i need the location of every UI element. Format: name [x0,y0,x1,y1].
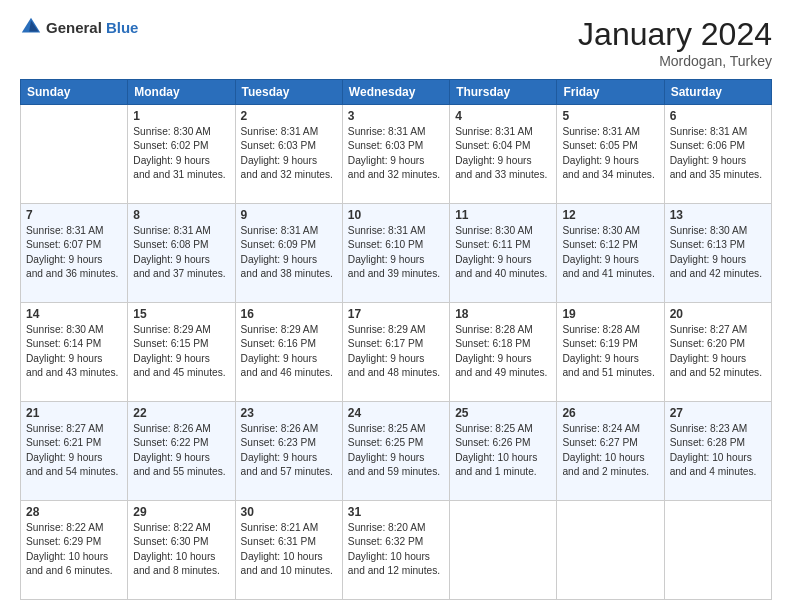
day-number: 28 [26,505,122,519]
daylight-text: Daylight: 9 hours [241,253,337,267]
daylight-text: Daylight: 9 hours [241,352,337,366]
calendar-cell: 8Sunrise: 8:31 AMSunset: 6:08 PMDaylight… [128,204,235,303]
day-of-week-header: Sunday [21,80,128,105]
sunrise-text: Sunrise: 8:31 AM [241,125,337,139]
calendar-cell: 19Sunrise: 8:28 AMSunset: 6:19 PMDayligh… [557,303,664,402]
day-number: 1 [133,109,229,123]
sunrise-text: Sunrise: 8:28 AM [562,323,658,337]
sunrise-text: Sunrise: 8:23 AM [670,422,766,436]
calendar-cell: 5Sunrise: 8:31 AMSunset: 6:05 PMDaylight… [557,105,664,204]
calendar-cell: 28Sunrise: 8:22 AMSunset: 6:29 PMDayligh… [21,501,128,600]
daylight-text: Daylight: 9 hours [670,253,766,267]
daylight-minutes-text: and and 55 minutes. [133,465,229,479]
page: GeneralBlue January 2024 Mordogan, Turke… [0,0,792,612]
daylight-minutes-text: and and 49 minutes. [455,366,551,380]
sunset-text: Sunset: 6:11 PM [455,238,551,252]
daylight-minutes-text: and and 52 minutes. [670,366,766,380]
daylight-text: Daylight: 9 hours [26,253,122,267]
day-number: 13 [670,208,766,222]
calendar-cell: 1Sunrise: 8:30 AMSunset: 6:02 PMDaylight… [128,105,235,204]
calendar-cell [450,501,557,600]
sunrise-text: Sunrise: 8:20 AM [348,521,444,535]
calendar-cell: 10Sunrise: 8:31 AMSunset: 6:10 PMDayligh… [342,204,449,303]
daylight-text: Daylight: 9 hours [562,154,658,168]
sunrise-text: Sunrise: 8:27 AM [670,323,766,337]
calendar-cell: 4Sunrise: 8:31 AMSunset: 6:04 PMDaylight… [450,105,557,204]
sunset-text: Sunset: 6:21 PM [26,436,122,450]
calendar-cell: 20Sunrise: 8:27 AMSunset: 6:20 PMDayligh… [664,303,771,402]
daylight-minutes-text: and and 8 minutes. [133,564,229,578]
sunset-text: Sunset: 6:17 PM [348,337,444,351]
logo: GeneralBlue [20,16,138,38]
daylight-text: Daylight: 9 hours [26,352,122,366]
daylight-text: Daylight: 9 hours [133,154,229,168]
logo-text-blue: Blue [106,19,139,36]
day-of-week-header: Monday [128,80,235,105]
sunrise-text: Sunrise: 8:30 AM [133,125,229,139]
sunrise-text: Sunrise: 8:22 AM [26,521,122,535]
calendar-week-row: 28Sunrise: 8:22 AMSunset: 6:29 PMDayligh… [21,501,772,600]
daylight-minutes-text: and and 46 minutes. [241,366,337,380]
calendar-cell [664,501,771,600]
day-number: 2 [241,109,337,123]
sunrise-text: Sunrise: 8:29 AM [133,323,229,337]
calendar-cell: 30Sunrise: 8:21 AMSunset: 6:31 PMDayligh… [235,501,342,600]
sunrise-text: Sunrise: 8:31 AM [348,224,444,238]
calendar-cell: 21Sunrise: 8:27 AMSunset: 6:21 PMDayligh… [21,402,128,501]
daylight-minutes-text: and and 33 minutes. [455,168,551,182]
calendar-cell: 13Sunrise: 8:30 AMSunset: 6:13 PMDayligh… [664,204,771,303]
day-number: 31 [348,505,444,519]
day-number: 4 [455,109,551,123]
daylight-text: Daylight: 10 hours [241,550,337,564]
sunrise-text: Sunrise: 8:28 AM [455,323,551,337]
sunset-text: Sunset: 6:20 PM [670,337,766,351]
day-number: 6 [670,109,766,123]
sunset-text: Sunset: 6:10 PM [348,238,444,252]
sunset-text: Sunset: 6:03 PM [241,139,337,153]
sunrise-text: Sunrise: 8:31 AM [26,224,122,238]
daylight-text: Daylight: 9 hours [455,253,551,267]
day-number: 3 [348,109,444,123]
daylight-minutes-text: and and 40 minutes. [455,267,551,281]
sunset-text: Sunset: 6:15 PM [133,337,229,351]
day-number: 11 [455,208,551,222]
daylight-minutes-text: and and 31 minutes. [133,168,229,182]
day-number: 21 [26,406,122,420]
sunrise-text: Sunrise: 8:31 AM [455,125,551,139]
sunset-text: Sunset: 6:23 PM [241,436,337,450]
calendar-cell: 18Sunrise: 8:28 AMSunset: 6:18 PMDayligh… [450,303,557,402]
day-of-week-header: Friday [557,80,664,105]
calendar-cell: 14Sunrise: 8:30 AMSunset: 6:14 PMDayligh… [21,303,128,402]
sunrise-text: Sunrise: 8:25 AM [348,422,444,436]
day-number: 30 [241,505,337,519]
daylight-text: Daylight: 10 hours [348,550,444,564]
day-number: 24 [348,406,444,420]
calendar-cell: 16Sunrise: 8:29 AMSunset: 6:16 PMDayligh… [235,303,342,402]
sunset-text: Sunset: 6:31 PM [241,535,337,549]
calendar-cell: 7Sunrise: 8:31 AMSunset: 6:07 PMDaylight… [21,204,128,303]
daylight-text: Daylight: 9 hours [562,253,658,267]
calendar-week-row: 21Sunrise: 8:27 AMSunset: 6:21 PMDayligh… [21,402,772,501]
daylight-minutes-text: and and 57 minutes. [241,465,337,479]
sunrise-text: Sunrise: 8:22 AM [133,521,229,535]
daylight-minutes-text: and and 4 minutes. [670,465,766,479]
calendar-cell: 26Sunrise: 8:24 AMSunset: 6:27 PMDayligh… [557,402,664,501]
sunset-text: Sunset: 6:28 PM [670,436,766,450]
day-number: 27 [670,406,766,420]
location-subtitle: Mordogan, Turkey [578,53,772,69]
day-number: 15 [133,307,229,321]
sunrise-text: Sunrise: 8:21 AM [241,521,337,535]
sunset-text: Sunset: 6:02 PM [133,139,229,153]
daylight-text: Daylight: 10 hours [26,550,122,564]
calendar-cell: 29Sunrise: 8:22 AMSunset: 6:30 PMDayligh… [128,501,235,600]
sunrise-text: Sunrise: 8:31 AM [241,224,337,238]
daylight-minutes-text: and and 59 minutes. [348,465,444,479]
sunset-text: Sunset: 6:09 PM [241,238,337,252]
logo-text-general: General [46,19,102,36]
daylight-minutes-text: and and 34 minutes. [562,168,658,182]
day-number: 14 [26,307,122,321]
sunset-text: Sunset: 6:14 PM [26,337,122,351]
sunset-text: Sunset: 6:07 PM [26,238,122,252]
daylight-text: Daylight: 9 hours [455,352,551,366]
daylight-text: Daylight: 9 hours [241,154,337,168]
